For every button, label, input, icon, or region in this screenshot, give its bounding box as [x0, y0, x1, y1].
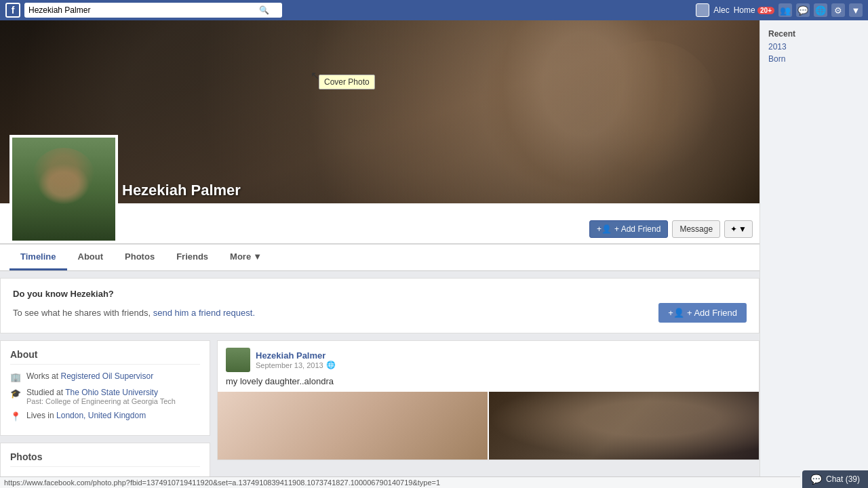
add-friend-label: + Add Friend	[614, 224, 660, 234]
chat-icon: 💬	[810, 474, 822, 485]
post-body-text: my lovely daughter..alondra	[218, 376, 759, 392]
tab-photos[interactable]: Photos	[114, 245, 165, 270]
right-panel-feed: Hezekiah Palmer September 13, 2013 🌐 my …	[217, 340, 760, 488]
about-work-item: 🏢 Works at Registered Oil Supervisor	[10, 371, 200, 382]
top-navigation: f 🔍 Alec Home 20+ 👥 💬 🌐 ⚙ ▼	[0, 0, 868, 20]
avatar-image	[12, 138, 115, 241]
work-link[interactable]: Registered Oil Supervisor	[60, 371, 153, 381]
sidebar-2013-item[interactable]: 2013	[768, 41, 860, 53]
about-work-text: Works at Registered Oil Supervisor	[26, 371, 153, 381]
post-author-avatar[interactable]	[226, 348, 250, 372]
post-date: September 13, 2013 🌐	[256, 361, 336, 369]
home-label: Home	[734, 5, 755, 15]
post-item: Hezekiah Palmer September 13, 2013 🌐 my …	[217, 340, 760, 460]
post-image-side[interactable]	[489, 392, 759, 460]
tab-timeline[interactable]: Timeline	[9, 245, 67, 270]
profile-cover-wrapper: Cover Photo ↖ Hezekiah Palmer +👤 + Add F…	[0, 20, 760, 244]
globe-icon[interactable]: 🌐	[814, 3, 827, 17]
work-icon: 🏢	[10, 371, 21, 382]
about-education-text: Studied at The Ohio State University Pas…	[26, 388, 176, 405]
messages-icon[interactable]: 💬	[796, 3, 810, 17]
about-box: About 🏢 Works at Registered Oil Supervis…	[0, 340, 210, 436]
message-button[interactable]: Message	[672, 220, 720, 238]
chat-label: Chat (39)	[826, 474, 860, 484]
right-sidebar: Recent 2013 Born	[760, 20, 868, 488]
user-avatar	[696, 3, 709, 17]
status-bar-url: https://www.facebook.com/photo.php?fbid=…	[4, 479, 440, 487]
status-bar: https://www.facebook.com/photo.php?fbid=…	[0, 476, 800, 488]
settings-icon[interactable]: ⚙	[831, 3, 845, 17]
main-area: Cover Photo ↖ Hezekiah Palmer +👤 + Add F…	[0, 20, 868, 488]
bottom-content-area: About 🏢 Works at Registered Oil Supervis…	[0, 340, 760, 488]
tab-more[interactable]: More ▼	[219, 245, 273, 270]
cover-photo-tooltip: Cover Photo	[319, 75, 375, 89]
gear-icon: ✦	[730, 224, 737, 234]
location-icon: 📍	[10, 411, 21, 422]
profile-info-bar: Hezekiah Palmer +👤 + Add Friend Message …	[0, 203, 760, 244]
about-location-item: 📍 Lives in London, United Kingdom	[10, 411, 200, 422]
fb-logo-letter: f	[12, 5, 15, 16]
center-content: Cover Photo ↖ Hezekiah Palmer +👤 + Add F…	[0, 20, 760, 488]
chevron-down-icon[interactable]: ▼	[849, 3, 863, 17]
home-link[interactable]: Home 20+	[734, 5, 774, 15]
photos-section-title: Photos	[10, 451, 200, 467]
left-panel: About 🏢 Works at Registered Oil Supervis…	[0, 340, 210, 488]
more-chevron-icon: ▼	[253, 251, 262, 262]
profile-name-cover: Hezekiah Palmer	[122, 182, 241, 199]
sidebar-recent-section: Recent 2013 Born	[768, 27, 860, 65]
add-friend-button[interactable]: +👤 + Add Friend	[589, 220, 668, 238]
about-section-title: About	[10, 349, 200, 365]
post-globe-icon: 🌐	[326, 361, 336, 369]
friends-icon[interactable]: 👥	[778, 3, 792, 17]
add-friend-right-icon: +👤	[668, 308, 684, 318]
add-friend-right-button[interactable]: +👤 + Add Friend	[658, 303, 747, 323]
profile-actions: +👤 + Add Friend Message ✦ ▼	[583, 215, 760, 243]
know-text-before: To see what he shares with friends,	[13, 308, 151, 318]
more-label: More	[230, 251, 251, 262]
know-hezekiah-section: Do you know Hezekiah? To see what he sha…	[0, 278, 760, 333]
post-author-name[interactable]: Hezekiah Palmer	[256, 350, 336, 361]
chat-bar[interactable]: 💬 Chat (39)	[802, 470, 868, 488]
sidebar-recent-label: Recent	[768, 27, 860, 41]
profile-avatar[interactable]	[9, 135, 118, 243]
education-icon: 🎓	[10, 388, 21, 399]
post-image-main[interactable]	[218, 392, 488, 460]
add-friend-icon: +👤	[597, 224, 612, 234]
profile-tabs: Timeline About Photos Friends More ▼	[0, 244, 760, 271]
nav-right-area: Alec Home 20+ 👥 💬 🌐 ⚙ ▼	[696, 3, 863, 17]
education-link[interactable]: The Ohio State University	[65, 388, 158, 397]
about-education-item: 🎓 Studied at The Ohio State University P…	[10, 388, 200, 405]
education-sub: Past: College of Engineering at Georgia …	[26, 397, 176, 405]
search-input[interactable]	[28, 5, 259, 15]
post-header: Hezekiah Palmer September 13, 2013 🌐	[218, 341, 759, 376]
post-images-container	[218, 392, 759, 460]
about-location-text: Lives in London, United Kingdom	[26, 411, 146, 420]
post-meta: Hezekiah Palmer September 13, 2013 🌐	[256, 350, 336, 369]
tab-about[interactable]: About	[67, 245, 115, 270]
know-text: To see what he shares with friends, send…	[13, 308, 255, 318]
home-badge: 20+	[757, 7, 774, 14]
sidebar-born-item[interactable]: Born	[768, 53, 860, 65]
user-name-label[interactable]: Alec	[713, 5, 729, 15]
facebook-logo: f	[5, 3, 20, 18]
gear-settings-button[interactable]: ✦ ▼	[724, 220, 753, 238]
cursor-indicator: ↖	[311, 69, 319, 82]
add-friend-right-label: + Add Friend	[687, 308, 737, 318]
post-avatar-image	[226, 348, 250, 372]
search-icon[interactable]: 🔍	[259, 5, 269, 15]
tab-friends[interactable]: Friends	[165, 245, 219, 270]
know-title: Do you know Hezekiah?	[13, 289, 747, 299]
search-bar-container: 🔍	[24, 3, 282, 18]
send-friend-request-link[interactable]: send him a friend request.	[153, 308, 255, 318]
location-link[interactable]: London, United Kingdom	[56, 411, 146, 420]
post-date-text: September 13, 2013	[256, 361, 323, 369]
gear-chevron: ▼	[738, 224, 747, 234]
